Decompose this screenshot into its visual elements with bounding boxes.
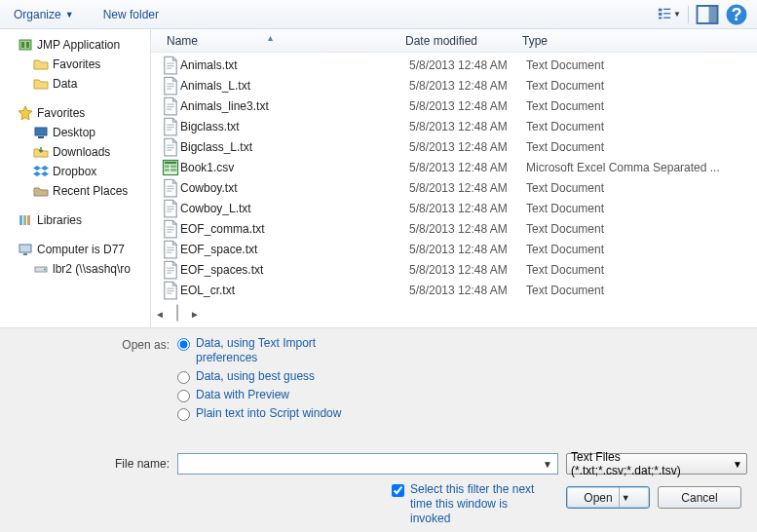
file-type: Text Document	[526, 79, 757, 93]
svg-rect-25	[167, 83, 174, 84]
preview-pane-button[interactable]	[696, 3, 719, 26]
svg-rect-11	[21, 42, 24, 48]
svg-rect-55	[167, 267, 174, 268]
file-name: Animals_L.txt	[180, 79, 409, 93]
svg-rect-59	[167, 290, 174, 291]
nav-label: Data	[53, 77, 77, 91]
dialog-buttons: Open ▼ Cancel	[566, 486, 741, 509]
view-mode-button[interactable]: ▼	[658, 3, 681, 26]
open-as-radio-label[interactable]: Data, using Text Import preferences	[196, 336, 361, 365]
nav-jmp-application[interactable]: JMP Application	[4, 35, 150, 55]
file-row[interactable]: Bigclass_L.txt5/8/2013 12:48 AMText Docu…	[155, 136, 757, 157]
svg-rect-46	[167, 206, 174, 207]
file-name: Cowboy_L.txt	[180, 202, 409, 215]
nav-downloads[interactable]: Downloads	[4, 142, 150, 162]
file-row[interactable]: Animals_line3.txt5/8/2013 12:48 AMText D…	[155, 95, 757, 116]
svg-rect-44	[167, 188, 174, 189]
chevron-down-icon: ▼	[673, 10, 681, 19]
cancel-button[interactable]: Cancel	[658, 486, 741, 509]
filename-input[interactable]: ▼	[177, 453, 558, 475]
nav-computer[interactable]: Computer is D77	[4, 240, 150, 259]
file-row[interactable]: Cowboy_L.txt5/8/2013 12:48 AMText Docume…	[155, 198, 757, 218]
bottom-panel: Open as: Data, using Text Import prefere…	[0, 327, 757, 532]
file-row[interactable]: EOL_cr.txt5/8/2013 12:48 AMText Document	[155, 280, 757, 300]
file-row[interactable]: Book1.csv5/8/2013 12:48 AMMicrosoft Exce…	[155, 157, 757, 177]
horizontal-scrollbar[interactable]	[176, 304, 178, 322]
filter-dropdown-icon: ▼	[733, 459, 742, 470]
file-row[interactable]: EOF_space.txt5/8/2013 12:48 AMText Docum…	[155, 239, 757, 259]
svg-rect-34	[167, 144, 174, 145]
new-folder-button[interactable]: New folder	[95, 5, 167, 24]
file-row[interactable]: Cowboy.txt5/8/2013 12:48 AMText Document	[155, 177, 757, 198]
nav-desktop[interactable]: Desktop	[4, 123, 150, 142]
svg-rect-60	[167, 292, 171, 293]
col-date[interactable]: Date modified	[399, 34, 516, 48]
nav-label: Dropbox	[53, 165, 96, 178]
open-as-radio[interactable]	[177, 338, 190, 351]
file-name: Bigclass_L.txt	[180, 140, 409, 154]
open-as-label: Open as:	[10, 336, 177, 425]
open-as-radio[interactable]	[177, 371, 190, 384]
nav-label: Downloads	[53, 145, 110, 159]
open-split-dropdown-icon[interactable]: ▼	[619, 487, 632, 508]
recent-icon	[33, 183, 49, 199]
filename-dropdown-icon[interactable]: ▼	[540, 456, 555, 472]
file-type: Text Document	[526, 222, 757, 236]
svg-rect-17	[27, 215, 30, 225]
col-name[interactable]: Name ▴	[161, 34, 399, 48]
nav-favorites[interactable]: Favorites	[4, 103, 150, 123]
filename-row: File name: ▼ Text Files (*.txt;*.csv;*.d…	[10, 453, 747, 475]
scroll-right-button[interactable]: ►	[188, 305, 202, 323]
svg-rect-43	[167, 185, 174, 186]
file-row[interactable]: Animals.txt5/8/2013 12:48 AMText Documen…	[155, 55, 757, 75]
file-date: 5/8/2013 12:48 AM	[409, 120, 526, 133]
file-name: EOF_comma.txt	[180, 222, 409, 236]
open-button[interactable]: Open ▼	[566, 486, 650, 509]
txt-file-icon	[161, 76, 180, 95]
column-headers: Name ▴ Date modified Type	[151, 29, 757, 53]
scroll-left-button[interactable]: ◄	[153, 305, 167, 323]
open-as-radio-label[interactable]: Data with Preview	[196, 388, 289, 402]
remember-filter-label[interactable]: Select this filter the next time this wi…	[410, 482, 548, 526]
open-as-radio[interactable]	[177, 408, 190, 421]
file-row[interactable]: EOF_spaces.txt5/8/2013 12:48 AMText Docu…	[155, 259, 757, 280]
svg-rect-14	[38, 136, 44, 138]
nav-network-share[interactable]: lbr2 (\\sashq\ro	[4, 259, 150, 279]
filter-text: Text Files (*.txt;*.csv;*.dat;*.tsv)	[571, 450, 733, 477]
nav-app-data[interactable]: Data	[4, 74, 150, 94]
scrollbar-thumb[interactable]	[177, 305, 178, 321]
open-as-radio-label[interactable]: Data, using best guess	[196, 369, 315, 384]
nav-dropbox[interactable]: Dropbox	[4, 162, 150, 181]
file-row[interactable]: Bigclass.txt5/8/2013 12:48 AMText Docume…	[155, 116, 757, 136]
col-type[interactable]: Type	[516, 34, 757, 48]
nav-recent-places[interactable]: Recent Places	[4, 181, 150, 201]
file-date: 5/8/2013 12:48 AM	[409, 263, 526, 277]
app-icon	[18, 37, 33, 53]
open-as-option: Data, using Text Import preferences	[177, 336, 361, 365]
nav-label: JMP Application	[37, 38, 120, 52]
libraries-icon	[18, 212, 33, 228]
nav-libraries[interactable]: Libraries	[4, 210, 150, 230]
file-pane: Name ▴ Date modified Type Animals.txt5/8…	[151, 29, 757, 327]
file-type-filter[interactable]: Text Files (*.txt;*.csv;*.dat;*.tsv) ▼	[566, 453, 747, 475]
svg-rect-2	[659, 18, 662, 19]
svg-rect-5	[663, 18, 670, 19]
svg-rect-57	[167, 272, 171, 273]
file-row[interactable]: Animals_L.txt5/8/2013 12:48 AMText Docum…	[155, 75, 757, 95]
nav-tree[interactable]: JMP Application Favorites Data Favorites…	[0, 29, 151, 327]
filename-field[interactable]	[178, 454, 538, 474]
file-name: Bigclass.txt	[180, 120, 409, 133]
organize-button[interactable]: Organize ▼	[6, 5, 82, 24]
svg-rect-19	[23, 253, 27, 255]
help-button[interactable]: ?	[725, 3, 748, 26]
file-row[interactable]: EOF_comma.txt5/8/2013 12:48 AMText Docum…	[155, 218, 757, 239]
open-as-radio-label[interactable]: Plain text into Script window	[196, 406, 341, 421]
svg-rect-10	[19, 40, 31, 50]
file-list[interactable]: Animals.txt5/8/2013 12:48 AMText Documen…	[151, 53, 757, 304]
svg-rect-35	[167, 147, 174, 148]
desktop-icon	[33, 125, 49, 140]
remember-filter-checkbox[interactable]	[392, 484, 404, 497]
open-as-radio[interactable]	[177, 390, 190, 402]
nav-app-favorites[interactable]: Favorites	[4, 55, 150, 74]
open-as-option: Data, using best guess	[177, 369, 361, 384]
